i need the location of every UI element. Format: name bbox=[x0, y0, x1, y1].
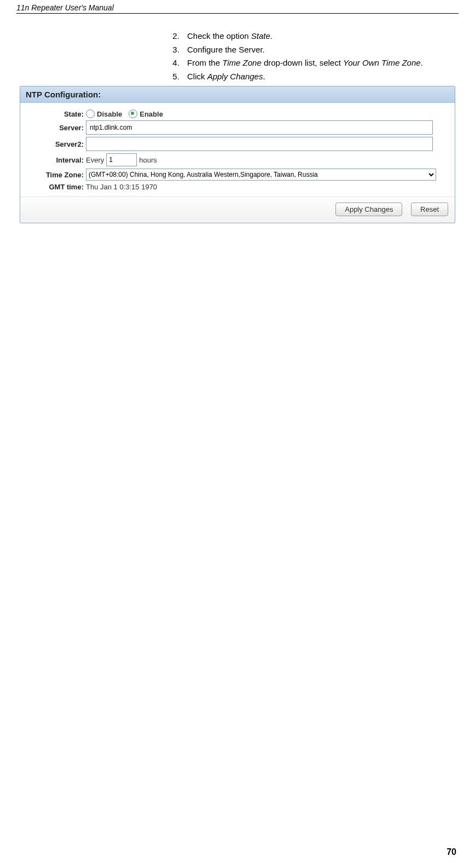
server-input[interactable] bbox=[86, 120, 433, 135]
row-interval: Interval: Every hours bbox=[25, 153, 450, 166]
row-server: Server: bbox=[25, 120, 450, 135]
step5-em: Apply Changes bbox=[207, 72, 263, 81]
radio-disable[interactable] bbox=[86, 109, 95, 118]
step4-em2: Your Own Time Zone bbox=[343, 58, 421, 67]
radio-enable-label: Enable bbox=[140, 110, 167, 118]
step4-pre: From the bbox=[187, 58, 222, 67]
step4-post: . bbox=[421, 58, 423, 67]
row-timezone: Time Zone: (GMT+08:00) China, Hong Kong,… bbox=[25, 169, 450, 181]
step2-em: State bbox=[251, 31, 270, 40]
step2-pre: Check the option bbox=[187, 31, 251, 40]
interval-suffix: hours bbox=[139, 156, 157, 164]
panel-body: State: Disable Enable Server: Server2: bbox=[20, 103, 455, 196]
interval-prefix: Every bbox=[86, 156, 104, 164]
page: 11n Repeater User's Manual Check the opt… bbox=[0, 0, 475, 868]
row-state: State: Disable Enable bbox=[25, 109, 450, 118]
doc-header: 11n Repeater User's Manual bbox=[16, 0, 459, 14]
radio-enable[interactable] bbox=[129, 109, 137, 118]
panel-title: NTP Configuration: bbox=[20, 86, 455, 103]
step5-post: . bbox=[263, 72, 265, 81]
step-3: Configure the Server. bbox=[182, 44, 453, 56]
row-server2: Server2: bbox=[25, 137, 450, 151]
instruction-steps: Check the option State. Configure the Se… bbox=[170, 30, 453, 83]
reset-button[interactable]: Reset bbox=[411, 202, 448, 216]
interval-input[interactable] bbox=[106, 153, 137, 166]
apply-changes-button[interactable]: Apply Changes bbox=[335, 202, 402, 216]
step-5: Click Apply Changes. bbox=[182, 71, 453, 83]
timezone-select[interactable]: (GMT+08:00) China, Hong Kong, Australia … bbox=[86, 169, 436, 181]
gmt-value: Thu Jan 1 0:3:15 1970 bbox=[86, 183, 157, 191]
label-gmt: GMT time: bbox=[25, 183, 86, 191]
ntp-config-panel: NTP Configuration: State: Disable Enable… bbox=[20, 86, 455, 223]
step-2: Check the option State. bbox=[182, 30, 453, 43]
button-bar: Apply Changes Reset bbox=[20, 196, 455, 223]
row-gmt: GMT time: Thu Jan 1 0:3:15 1970 bbox=[25, 183, 450, 191]
state-value: Disable Enable bbox=[86, 109, 450, 118]
label-state: State: bbox=[25, 110, 86, 118]
label-server2: Server2: bbox=[25, 140, 86, 148]
step5-pre: Click bbox=[187, 72, 207, 81]
step2-post: . bbox=[270, 31, 273, 40]
label-server: Server: bbox=[25, 124, 86, 132]
page-number: 70 bbox=[447, 847, 456, 857]
label-interval: Interval: bbox=[25, 156, 86, 164]
step-4: From the Time Zone drop-down list, selec… bbox=[182, 57, 453, 70]
label-timezone: Time Zone: bbox=[25, 171, 86, 179]
radio-disable-label: Disable bbox=[97, 110, 126, 118]
server2-input[interactable] bbox=[86, 137, 433, 151]
step4-em1: Time Zone bbox=[222, 58, 262, 67]
step4-mid: drop-down list, select bbox=[262, 58, 343, 67]
